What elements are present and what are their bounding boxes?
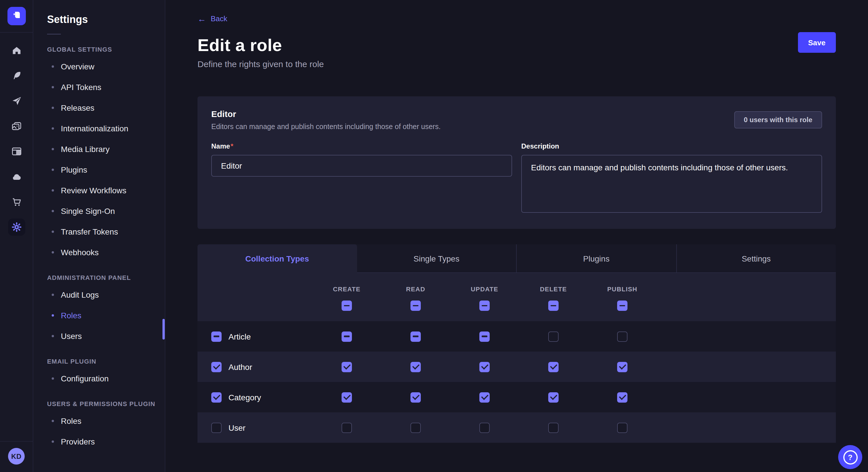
logo-section xyxy=(0,0,33,33)
checkbox-article-create[interactable] xyxy=(342,331,352,341)
permissions-table-header: CREATEREADUPDATEDELETEPUBLISH xyxy=(197,273,836,321)
description-textarea[interactable]: Editors can manage and publish contents … xyxy=(521,155,822,213)
users-count-button[interactable]: 0 users with this role xyxy=(734,111,822,129)
select-all-cell xyxy=(588,301,657,311)
subnav-item-roles[interactable]: Roles xyxy=(33,411,165,431)
checkbox-user-read[interactable] xyxy=(410,423,421,433)
rail-item-paper-plane[interactable] xyxy=(8,92,25,109)
subnav-title: Settings xyxy=(47,14,165,26)
gear-icon xyxy=(11,222,22,233)
checkbox-author-read[interactable] xyxy=(410,362,421,372)
subnav-item-roles[interactable]: Roles xyxy=(33,305,165,326)
subnav-item-label: Transfer Tokens xyxy=(61,227,118,236)
permission-cell xyxy=(588,423,657,433)
bullet-icon xyxy=(52,210,54,212)
feather-icon xyxy=(11,70,22,81)
row-checkbox-author[interactable] xyxy=(211,362,222,372)
subnav-item-label: Users xyxy=(61,332,82,341)
bullet-icon xyxy=(52,335,54,337)
checkbox-author-publish[interactable] xyxy=(617,362,627,372)
bullet-icon xyxy=(52,107,54,109)
subnav-section-global-settings: GLOBAL SETTINGSOverviewAPI TokensRelease… xyxy=(33,46,165,263)
name-field: Name* xyxy=(211,142,512,215)
subnav-item-media-library[interactable]: Media Library xyxy=(33,139,165,160)
permission-cell xyxy=(519,362,588,372)
select-all-checkbox-read[interactable] xyxy=(410,301,421,311)
checkbox-category-read[interactable] xyxy=(410,392,421,402)
avatar[interactable]: KD xyxy=(8,448,25,465)
checkbox-author-create[interactable] xyxy=(342,362,352,372)
tab-collection-types[interactable]: Collection Types xyxy=(197,244,357,273)
subnav-item-api-tokens[interactable]: API Tokens xyxy=(33,77,165,98)
checkbox-author-update[interactable] xyxy=(479,362,490,372)
tab-single-types[interactable]: Single Types xyxy=(357,244,516,273)
checkbox-category-delete[interactable] xyxy=(548,392,559,402)
subnav-item-plugins[interactable]: Plugins xyxy=(33,160,165,180)
subnav-item-configuration[interactable]: Configuration xyxy=(33,368,165,389)
checkbox-category-publish[interactable] xyxy=(617,392,627,402)
help-button[interactable]: ? xyxy=(838,445,862,469)
rail-bottom: KD xyxy=(0,441,33,472)
checkbox-category-create[interactable] xyxy=(342,392,352,402)
strapi-logo[interactable] xyxy=(7,7,26,25)
permissions-tabs: Collection TypesSingle TypesPluginsSetti… xyxy=(197,244,836,273)
row-name-cell: Article xyxy=(197,331,312,341)
subnav-item-label: Single Sign-On xyxy=(61,206,115,216)
subnav-section-email-plugin: EMAIL PLUGINConfiguration xyxy=(33,358,165,389)
select-all-checkbox-delete[interactable] xyxy=(548,301,559,311)
name-label: Name* xyxy=(211,142,512,150)
subnav-item-webhooks[interactable]: Webhooks xyxy=(33,242,165,263)
permissions-card: Collection TypesSingle TypesPluginsSetti… xyxy=(197,244,836,443)
rail-item-cloud[interactable] xyxy=(8,168,25,185)
subnav-item-releases[interactable]: Releases xyxy=(33,98,165,118)
select-all-checkbox-update[interactable] xyxy=(479,301,490,311)
rail-item-cart[interactable] xyxy=(8,193,25,210)
subnav-item-review-workflows[interactable]: Review Workflows xyxy=(33,180,165,201)
checkbox-article-delete[interactable] xyxy=(548,331,559,341)
rail-item-layout[interactable] xyxy=(8,143,25,160)
checkbox-article-read[interactable] xyxy=(410,331,421,341)
checkbox-category-update[interactable] xyxy=(479,392,490,402)
subnav-item-label: Audit Logs xyxy=(61,290,99,299)
fields-row: Name* Description Editors can manage and… xyxy=(211,142,822,215)
row-checkbox-category[interactable] xyxy=(211,392,222,402)
rail-item-images[interactable] xyxy=(8,117,25,135)
checkbox-user-delete[interactable] xyxy=(548,423,559,433)
rail-item-feather[interactable] xyxy=(8,67,25,84)
permission-cell xyxy=(519,392,588,402)
checkbox-user-publish[interactable] xyxy=(617,423,627,433)
subnav-item-providers[interactable]: Providers xyxy=(33,431,165,452)
subnav-item-overview[interactable]: Overview xyxy=(33,56,165,77)
back-link[interactable]: ← Back xyxy=(197,14,227,23)
tab-settings[interactable]: Settings xyxy=(676,244,836,273)
app-window: KD Settings GLOBAL SETTINGSOverviewAPI T… xyxy=(0,0,868,472)
name-input[interactable] xyxy=(211,155,512,177)
rail-item-gear[interactable] xyxy=(8,218,25,236)
subnav-item-single-sign-on[interactable]: Single Sign-On xyxy=(33,201,165,222)
row-checkbox-user[interactable] xyxy=(211,423,222,433)
main-content: ← Back Edit a role Define the rights giv… xyxy=(165,0,868,472)
select-all-checkbox-create[interactable] xyxy=(342,301,352,311)
row-checkbox-article[interactable] xyxy=(211,331,222,341)
subnav-item-internationalization[interactable]: Internationalization xyxy=(33,118,165,139)
permission-cell xyxy=(519,423,588,433)
checkbox-user-update[interactable] xyxy=(479,423,490,433)
subnav-item-transfer-tokens[interactable]: Transfer Tokens xyxy=(33,222,165,242)
subnav-section-administration-panel: ADMINISTRATION PANELAudit LogsRolesUsers xyxy=(33,274,165,346)
checkbox-author-delete[interactable] xyxy=(548,362,559,372)
subnav-item-label: Media Library xyxy=(61,144,110,154)
checkbox-article-update[interactable] xyxy=(479,331,490,341)
tab-plugins[interactable]: Plugins xyxy=(516,244,676,273)
bullet-icon xyxy=(52,314,54,316)
checkbox-user-create[interactable] xyxy=(342,423,352,433)
checkbox-article-publish[interactable] xyxy=(617,331,627,341)
select-all-checkbox-publish[interactable] xyxy=(617,301,627,311)
subnav-item-users[interactable]: Users xyxy=(33,326,165,346)
subnav-item-audit-logs[interactable]: Audit Logs xyxy=(33,284,165,305)
save-button[interactable]: Save xyxy=(798,32,836,53)
back-arrow-icon: ← xyxy=(197,14,206,23)
subnav-item-label: Roles xyxy=(61,311,82,320)
rail-item-home[interactable] xyxy=(8,42,25,59)
column-header-read: READ xyxy=(381,285,450,293)
subnav-item-label: Overview xyxy=(61,62,94,71)
